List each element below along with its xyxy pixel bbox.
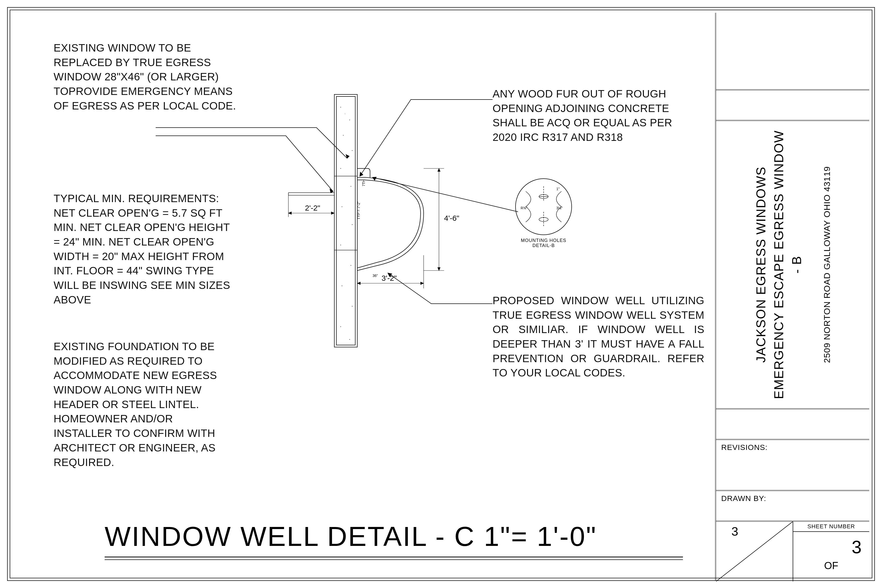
detail-caption-line2: DETAIL-B	[532, 243, 555, 248]
dim-2-2: 2'-2"	[305, 204, 320, 212]
tb-project-line2: - B	[788, 130, 806, 399]
inner-border: EXISTING WINDOW TO BE REPLACED BY TRUE E…	[10, 10, 872, 578]
note-existing-window: EXISTING WINDOW TO BE REPLACED BY TRUE E…	[54, 41, 245, 113]
svg-text:36": 36"	[373, 274, 378, 278]
sheet-number-label: SHEET NUMBER	[793, 522, 869, 532]
dim-4-6: 4'-6"	[444, 214, 459, 222]
note-min-requirements: TYPICAL MIN. REQUIREMENTS: NET CLEAR OPE…	[54, 191, 237, 307]
drawing-area: EXISTING WINDOW TO BE REPLACED BY TRUE E…	[13, 13, 718, 580]
tb-logo-area	[716, 13, 869, 89]
svg-rect-0	[334, 94, 357, 347]
tb-project-title: JACKSON EGRESS WINDOWS EMERGENCY ESCAPE …	[716, 120, 869, 408]
tb-drawn-by: DRAWN BY:	[716, 490, 869, 520]
mounting-holes-detail: 1" 3¼" R⅜" MOUNTING HOLES DETAIL-B	[513, 176, 579, 253]
svg-point-12	[342, 286, 342, 286]
svg-text:TYP = 7'-2": TYP = 7'-2"	[357, 201, 361, 219]
svg-rect-1	[336, 96, 355, 345]
tb-company: JACKSON EGRESS WINDOWS	[752, 130, 770, 399]
plan-drawing: ·	[281, 92, 523, 360]
tb-spacer-1	[716, 89, 869, 120]
svg-point-4	[343, 135, 344, 135]
north-arrow-placeholder: 3	[716, 522, 793, 581]
svg-text:R⅜": R⅜"	[520, 206, 528, 210]
title-block: JACKSON EGRESS WINDOWS EMERGENCY ESCAPE …	[715, 13, 869, 580]
svg-point-9	[352, 224, 352, 225]
svg-point-14	[340, 326, 341, 327]
svg-line-43	[716, 522, 793, 581]
sheet-of-label: OF	[793, 557, 869, 572]
svg-text:7TH: 7TH	[362, 180, 366, 186]
note-window-well: PROPOSED WINDOW WELL UTILIZING TRUE EGRE…	[492, 294, 704, 380]
svg-point-2	[340, 107, 341, 108]
sheet-border: EXISTING WINDOW TO BE REPLACED BY TRUE E…	[8, 8, 874, 580]
svg-point-13	[352, 306, 352, 306]
sheet-total-top: 3	[731, 525, 738, 538]
svg-point-5	[352, 150, 352, 151]
drawing-title: WINDOW WELL DETAIL - C 1"= 1'-0"	[105, 520, 597, 552]
svg-point-11	[351, 265, 351, 266]
tb-spacer-2	[716, 408, 869, 439]
tb-address: 2509 NORTON ROAD GALLOWAY OHIO 43119	[821, 130, 833, 399]
tb-revisions: REVISIONS:	[716, 439, 869, 490]
sheet-number-value: 3	[793, 532, 869, 557]
tb-project-line1: EMERGENCY ESCAPE EGRESS WINDOW	[770, 130, 788, 399]
svg-text:3¼": 3¼"	[556, 206, 562, 210]
svg-point-10	[340, 245, 341, 245]
svg-point-3	[350, 120, 350, 120]
title-rule-1	[105, 556, 683, 557]
svg-point-15	[350, 339, 350, 340]
svg-point-8	[342, 207, 342, 207]
title-rule-2	[105, 560, 683, 560]
tb-revisions-label: REVISIONS:	[721, 443, 768, 452]
tb-sheet-number: 3 SHEET NUMBER 3 OF	[716, 520, 869, 580]
dim-3-2: 3'-2"	[381, 274, 397, 282]
svg-point-6	[340, 168, 341, 169]
tb-drawn-label: DRAWN BY:	[721, 494, 766, 502]
detail-caption-line1: MOUNTING HOLES	[521, 238, 566, 243]
svg-text:·: ·	[345, 111, 345, 116]
note-foundation: EXISTING FOUNDATION TO BE MODIFIED AS RE…	[54, 339, 225, 470]
svg-text:1": 1"	[556, 187, 560, 191]
svg-point-7	[351, 186, 351, 186]
